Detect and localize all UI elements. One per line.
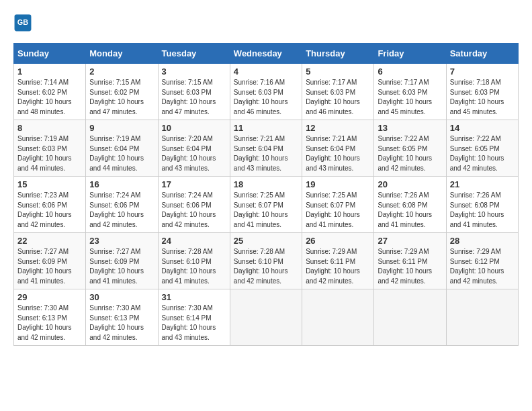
calendar-cell: 3 Sunrise: 7:15 AMSunset: 6:03 PMDayligh… [158, 64, 230, 120]
day-info: Sunrise: 7:29 AMSunset: 6:11 PMDaylight:… [306, 247, 370, 286]
calendar-cell: 22 Sunrise: 7:27 AMSunset: 6:09 PMDaylig… [14, 233, 86, 289]
calendar-cell: 21 Sunrise: 7:26 AMSunset: 6:08 PMDaylig… [446, 177, 518, 233]
day-number: 13 [378, 123, 442, 133]
calendar-cell: 14 Sunrise: 7:22 AMSunset: 6:05 PMDaylig… [446, 120, 518, 177]
day-info: Sunrise: 7:16 AMSunset: 6:03 PMDaylight:… [234, 78, 298, 117]
calendar-cell: 20 Sunrise: 7:26 AMSunset: 6:08 PMDaylig… [374, 177, 446, 233]
calendar-cell: 6 Sunrise: 7:17 AMSunset: 6:03 PMDayligh… [374, 64, 446, 120]
day-info: Sunrise: 7:19 AMSunset: 6:03 PMDaylight:… [17, 134, 82, 173]
day-number: 20 [378, 179, 442, 189]
calendar-cell: 9 Sunrise: 7:19 AMSunset: 6:04 PMDayligh… [86, 120, 158, 177]
day-number: 22 [17, 236, 82, 246]
day-info: Sunrise: 7:29 AMSunset: 6:11 PMDaylight:… [378, 247, 442, 286]
day-number: 14 [450, 123, 515, 133]
calendar-table: SundayMondayTuesdayWednesdayThursdayFrid… [13, 43, 519, 346]
calendar-cell [374, 289, 446, 346]
page-header: GB [13, 13, 519, 32]
day-number: 1 [17, 66, 82, 77]
day-info: Sunrise: 7:22 AMSunset: 6:05 PMDaylight:… [378, 134, 442, 173]
calendar-cell: 23 Sunrise: 7:27 AMSunset: 6:09 PMDaylig… [86, 233, 158, 289]
calendar-cell: 26 Sunrise: 7:29 AMSunset: 6:11 PMDaylig… [302, 233, 374, 289]
calendar-week-row: 1 Sunrise: 7:14 AMSunset: 6:02 PMDayligh… [14, 64, 519, 120]
day-number: 12 [306, 123, 370, 133]
day-number: 4 [234, 66, 298, 77]
day-number: 23 [89, 236, 154, 246]
calendar-cell [302, 289, 374, 346]
day-number: 21 [450, 179, 515, 189]
day-number: 24 [162, 236, 226, 246]
calendar-cell: 27 Sunrise: 7:29 AMSunset: 6:11 PMDaylig… [374, 233, 446, 289]
calendar-cell: 17 Sunrise: 7:24 AMSunset: 6:06 PMDaylig… [158, 177, 230, 233]
day-info: Sunrise: 7:20 AMSunset: 6:04 PMDaylight:… [162, 134, 226, 173]
calendar-cell: 24 Sunrise: 7:28 AMSunset: 6:10 PMDaylig… [158, 233, 230, 289]
col-header-saturday: Saturday [446, 44, 518, 64]
day-number: 28 [450, 236, 515, 246]
day-info: Sunrise: 7:30 AMSunset: 6:14 PMDaylight:… [162, 304, 226, 342]
day-info: Sunrise: 7:14 AMSunset: 6:02 PMDaylight:… [17, 78, 82, 117]
day-number: 17 [162, 179, 226, 189]
day-info: Sunrise: 7:22 AMSunset: 6:05 PMDaylight:… [450, 134, 515, 173]
day-info: Sunrise: 7:27 AMSunset: 6:09 PMDaylight:… [17, 247, 82, 286]
day-number: 10 [162, 123, 226, 133]
calendar-week-row: 22 Sunrise: 7:27 AMSunset: 6:09 PMDaylig… [14, 233, 519, 289]
calendar-cell: 16 Sunrise: 7:24 AMSunset: 6:06 PMDaylig… [86, 177, 158, 233]
day-info: Sunrise: 7:19 AMSunset: 6:04 PMDaylight:… [89, 134, 154, 173]
day-info: Sunrise: 7:28 AMSunset: 6:10 PMDaylight:… [162, 247, 226, 286]
day-info: Sunrise: 7:29 AMSunset: 6:12 PMDaylight:… [450, 247, 515, 286]
day-number: 29 [17, 292, 82, 302]
col-header-thursday: Thursday [302, 44, 374, 64]
calendar-cell: 11 Sunrise: 7:21 AMSunset: 6:04 PMDaylig… [230, 120, 302, 177]
day-number: 11 [234, 123, 298, 133]
calendar-cell: 1 Sunrise: 7:14 AMSunset: 6:02 PMDayligh… [14, 64, 86, 120]
calendar-cell: 25 Sunrise: 7:28 AMSunset: 6:10 PMDaylig… [230, 233, 302, 289]
day-info: Sunrise: 7:21 AMSunset: 6:04 PMDaylight:… [234, 134, 298, 173]
col-header-friday: Friday [374, 44, 446, 64]
day-number: 7 [450, 66, 515, 77]
day-number: 31 [162, 292, 226, 302]
calendar-cell [230, 289, 302, 346]
day-info: Sunrise: 7:15 AMSunset: 6:03 PMDaylight:… [162, 78, 226, 117]
day-number: 6 [378, 66, 442, 77]
day-info: Sunrise: 7:30 AMSunset: 6:13 PMDaylight:… [17, 304, 82, 342]
day-info: Sunrise: 7:23 AMSunset: 6:06 PMDaylight:… [17, 191, 82, 230]
day-number: 16 [89, 179, 154, 189]
day-info: Sunrise: 7:21 AMSunset: 6:04 PMDaylight:… [306, 134, 370, 173]
calendar-cell: 12 Sunrise: 7:21 AMSunset: 6:04 PMDaylig… [302, 120, 374, 177]
svg-text:GB: GB [17, 18, 28, 26]
day-number: 8 [17, 123, 82, 133]
day-number: 27 [378, 236, 442, 246]
calendar-cell: 4 Sunrise: 7:16 AMSunset: 6:03 PMDayligh… [230, 64, 302, 120]
day-info: Sunrise: 7:17 AMSunset: 6:03 PMDaylight:… [378, 78, 442, 117]
day-info: Sunrise: 7:26 AMSunset: 6:08 PMDaylight:… [378, 191, 442, 230]
day-info: Sunrise: 7:25 AMSunset: 6:07 PMDaylight:… [234, 191, 298, 230]
col-header-tuesday: Tuesday [158, 44, 230, 64]
day-number: 15 [17, 179, 82, 189]
calendar-cell [446, 289, 518, 346]
col-header-sunday: Sunday [14, 44, 86, 64]
calendar-cell: 13 Sunrise: 7:22 AMSunset: 6:05 PMDaylig… [374, 120, 446, 177]
calendar-cell: 2 Sunrise: 7:15 AMSunset: 6:02 PMDayligh… [86, 64, 158, 120]
calendar-cell: 7 Sunrise: 7:18 AMSunset: 6:03 PMDayligh… [446, 64, 518, 120]
calendar-week-row: 15 Sunrise: 7:23 AMSunset: 6:06 PMDaylig… [14, 177, 519, 233]
calendar-cell: 18 Sunrise: 7:25 AMSunset: 6:07 PMDaylig… [230, 177, 302, 233]
calendar-cell: 19 Sunrise: 7:25 AMSunset: 6:07 PMDaylig… [302, 177, 374, 233]
calendar-cell: 30 Sunrise: 7:30 AMSunset: 6:13 PMDaylig… [86, 289, 158, 346]
day-number: 9 [89, 123, 154, 133]
calendar-cell: 8 Sunrise: 7:19 AMSunset: 6:03 PMDayligh… [14, 120, 86, 177]
day-info: Sunrise: 7:28 AMSunset: 6:10 PMDaylight:… [234, 247, 298, 286]
day-number: 26 [306, 236, 370, 246]
calendar-cell: 15 Sunrise: 7:23 AMSunset: 6:06 PMDaylig… [14, 177, 86, 233]
calendar-cell: 5 Sunrise: 7:17 AMSunset: 6:03 PMDayligh… [302, 64, 374, 120]
calendar-cell: 31 Sunrise: 7:30 AMSunset: 6:14 PMDaylig… [158, 289, 230, 346]
day-info: Sunrise: 7:15 AMSunset: 6:02 PMDaylight:… [89, 78, 154, 117]
logo: GB [13, 13, 35, 32]
day-number: 5 [306, 66, 370, 77]
col-header-wednesday: Wednesday [230, 44, 302, 64]
calendar-week-row: 29 Sunrise: 7:30 AMSunset: 6:13 PMDaylig… [14, 289, 519, 346]
day-info: Sunrise: 7:17 AMSunset: 6:03 PMDaylight:… [306, 78, 370, 117]
day-info: Sunrise: 7:24 AMSunset: 6:06 PMDaylight:… [162, 191, 226, 230]
day-number: 18 [234, 179, 298, 189]
calendar-cell: 29 Sunrise: 7:30 AMSunset: 6:13 PMDaylig… [14, 289, 86, 346]
day-info: Sunrise: 7:30 AMSunset: 6:13 PMDaylight:… [89, 304, 154, 342]
day-info: Sunrise: 7:18 AMSunset: 6:03 PMDaylight:… [450, 78, 515, 117]
